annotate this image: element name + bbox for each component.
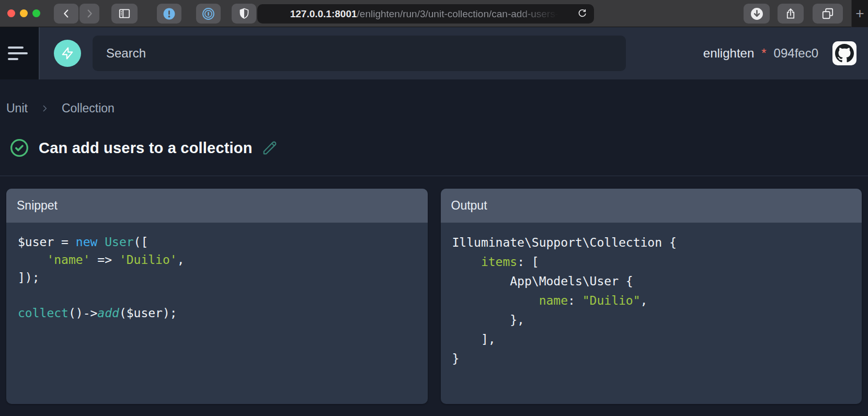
warning-extension-button[interactable] [157, 4, 181, 24]
shield-icon [238, 7, 250, 20]
snippet-panel-body: $user = new User([ 'name' => 'Duilio',])… [6, 223, 428, 404]
commit-hash: 094fec0 [774, 46, 818, 61]
breadcrumb-item-unit[interactable]: Unit [6, 101, 28, 115]
breadcrumb-item-collection[interactable]: Collection [62, 101, 115, 115]
url-host: 127.0.0.1:8001 [290, 8, 357, 20]
reload-icon [577, 8, 588, 19]
window-close-button[interactable] [7, 9, 15, 17]
share-button[interactable] [778, 4, 804, 24]
window-minimize-button[interactable] [20, 9, 28, 17]
app-header: enlighten * 094fec0 [0, 27, 868, 79]
tab-overview-icon [821, 7, 835, 20]
page-title: Can add users to a collection [39, 140, 253, 157]
sidebar-strip [0, 27, 40, 79]
window-zoom-button[interactable] [32, 9, 40, 17]
sidebar-toggle-icon [118, 7, 131, 20]
check-circle-icon [9, 137, 30, 158]
output-code: Illuminate\Support\Collection { items: [… [441, 223, 862, 379]
output-panel-body: Illuminate\Support\Collection { items: [… [441, 223, 862, 404]
password-manager-button[interactable] [196, 4, 221, 24]
app-logo[interactable] [54, 40, 81, 67]
dirty-marker: * [761, 46, 766, 61]
window-controls [7, 9, 40, 17]
reload-button[interactable] [577, 8, 588, 22]
hamburger-icon [8, 47, 24, 49]
back-button[interactable] [54, 4, 78, 24]
url-path: /enlighten/run/3/unit-collection/can-add… [357, 8, 562, 20]
share-icon [784, 7, 797, 20]
privacy-shield-button[interactable] [232, 4, 256, 24]
output-panel-title: Output [451, 199, 487, 213]
main-content: Unit Collection Can add users to a colle… [0, 101, 868, 404]
address-bar[interactable]: 127.0.0.1:8001/enlighten/run/3/unit-coll… [257, 4, 594, 24]
section-divider [0, 176, 868, 176]
menu-button[interactable] [8, 47, 28, 60]
new-tab-button[interactable]: + [851, 0, 868, 27]
breadcrumb: Unit Collection [6, 101, 862, 115]
github-icon [835, 44, 854, 63]
sidebar-toggle-button[interactable] [111, 4, 138, 24]
pencil-icon[interactable] [262, 140, 278, 156]
search-input[interactable] [93, 36, 626, 71]
downloads-button[interactable] [744, 4, 770, 24]
snippet-code: $user = new User([ 'name' => 'Duilio',])… [6, 223, 428, 332]
snippet-panel-title: Snippet [17, 199, 58, 213]
bolt-logo-icon [60, 46, 75, 61]
tab-overview-button[interactable] [813, 4, 843, 24]
chevron-right-icon [40, 104, 49, 113]
output-panel: Output Illuminate\Support\Collection { i… [441, 189, 862, 404]
forward-icon [84, 8, 95, 19]
back-icon [61, 8, 72, 19]
snippet-panel: Snippet $user = new User([ 'name' => 'Du… [6, 189, 428, 404]
download-icon [750, 7, 763, 20]
new-tab-icon: + [855, 5, 864, 22]
browser-toolbar: 127.0.0.1:8001/enlighten/run/3/unit-coll… [0, 0, 868, 27]
snippet-panel-header: Snippet [6, 189, 428, 223]
repo-info: enlighten * 094fec0 [703, 46, 818, 61]
panels-grid: Snippet $user = new User([ 'name' => 'Du… [6, 189, 862, 404]
github-link[interactable] [832, 41, 856, 65]
forward-button[interactable] [79, 4, 99, 24]
project-name: enlighten [703, 46, 754, 61]
output-panel-header: Output [441, 189, 862, 223]
warning-extension-icon [163, 7, 176, 20]
password-manager-icon [202, 7, 215, 20]
test-title-row: Can add users to a collection [6, 137, 862, 158]
